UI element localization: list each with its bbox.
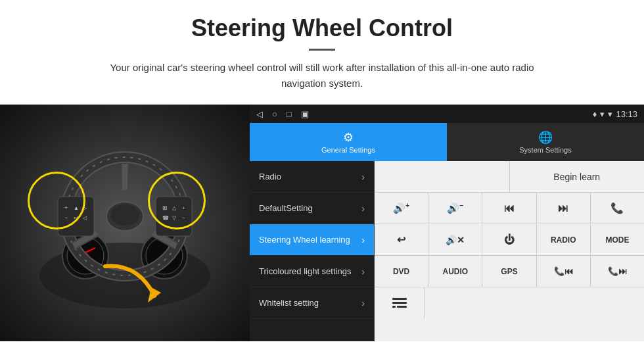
phone-button[interactable]: 📞 <box>591 193 644 224</box>
prev-track-button[interactable]: ⏮ <box>482 193 536 224</box>
left-circle-highlight <box>28 172 85 229</box>
chevron-right-icon: › <box>361 203 365 214</box>
main-content: Radio › DefaultSetting › Steering Wheel … <box>250 161 644 341</box>
recent-nav-icon[interactable]: □ <box>287 109 292 119</box>
back-button[interactable]: ↩ <box>375 224 428 255</box>
chevron-right-icon: › <box>361 172 365 182</box>
phone-icon: 📞 <box>610 202 624 214</box>
mode-label: MODE <box>605 235 629 245</box>
audio-label: AUDIO <box>442 267 468 276</box>
controls-row-4: DVD AUDIO GPS 📞⏮ 📞⏭ <box>375 256 644 287</box>
mute-icon: 🔊✕ <box>446 235 465 245</box>
menu-item-default-setting[interactable]: DefaultSetting › <box>250 193 374 224</box>
car-image-section: + − ▲ ↩ ▷ ◁ ⊞ ☎ △ ▽ + − <box>0 105 250 341</box>
tab-general-settings[interactable]: ⚙ General Settings <box>250 123 447 161</box>
volume-down-button[interactable]: 🔊− <box>428 193 482 224</box>
chevron-right-icon: › <box>361 235 365 245</box>
menu-label-steering: Steering Wheel learning <box>259 235 361 245</box>
svg-rect-36 <box>392 306 396 308</box>
android-panel: ◁ ○ □ ▣ ♦ ▾ ▾ 13:13 ⚙ General Settings 🌐… <box>250 105 644 341</box>
menu-label-radio: Radio <box>259 172 361 181</box>
controls-row-1: Begin learn <box>375 161 644 193</box>
menu-item-steering-wheel[interactable]: Steering Wheel learning › <box>250 224 374 256</box>
mode-button[interactable]: MODE <box>591 224 644 255</box>
phone-next-button[interactable]: 📞⏭ <box>591 256 644 287</box>
back-icon: ↩ <box>397 233 405 246</box>
status-bar-right: ♦ ▾ ▾ 13:13 <box>593 109 637 119</box>
status-bar-left: ◁ ○ □ ▣ <box>256 109 309 119</box>
arrow-container <box>99 260 164 315</box>
svg-rect-33 <box>392 298 407 300</box>
location-icon: ♦ <box>593 109 597 119</box>
menu-label-default: DefaultSetting <box>259 203 361 213</box>
svg-text:◁: ◁ <box>83 215 87 221</box>
svg-rect-35 <box>397 306 407 308</box>
tab-system-label: System Settings <box>519 146 571 154</box>
signal-icon: ▾ <box>608 109 612 119</box>
screenshot-nav-icon[interactable]: ▣ <box>301 109 309 119</box>
back-nav-icon[interactable]: ◁ <box>256 109 263 119</box>
svg-point-17 <box>110 205 139 226</box>
controls-row-3: ↩ 🔊✕ ⏻ RADIO MODE <box>375 224 644 256</box>
page-subtitle: Your original car's steering wheel contr… <box>92 60 552 91</box>
tab-system-settings[interactable]: 🌐 System Settings <box>447 123 644 161</box>
gps-button[interactable]: GPS <box>482 256 536 287</box>
phone-prev-button[interactable]: 📞⏮ <box>537 256 591 287</box>
menu-panel: Radio › DefaultSetting › Steering Wheel … <box>250 161 375 341</box>
chevron-right-icon: › <box>361 266 365 277</box>
power-button[interactable]: ⏻ <box>482 224 536 255</box>
svg-rect-34 <box>392 302 407 304</box>
prev-track-icon: ⏮ <box>504 203 515 214</box>
phone-next-icon: 📞⏭ <box>608 266 627 276</box>
controls-panel: Begin learn 🔊+ 🔊− ⏮ ⏭ <box>375 161 644 341</box>
tab-general-label: General Settings <box>321 146 375 154</box>
globe-icon: 🌐 <box>538 130 553 145</box>
status-bar: ◁ ○ □ ▣ ♦ ▾ ▾ 13:13 <box>250 105 644 123</box>
car-background: + − ▲ ↩ ▷ ◁ ⊞ ☎ △ ▽ + − <box>0 105 250 341</box>
menu-item-whitelist[interactable]: Whitelist setting › <box>250 287 374 319</box>
title-divider <box>309 49 335 51</box>
tab-bar: ⚙ General Settings 🌐 System Settings <box>250 123 644 161</box>
menu-item-radio[interactable]: Radio › <box>250 161 374 193</box>
next-track-button[interactable]: ⏭ <box>537 193 591 224</box>
right-circle-highlight <box>148 172 206 229</box>
home-nav-icon[interactable]: ○ <box>272 109 277 119</box>
menu-label-whitelist: Whitelist setting <box>259 298 361 308</box>
begin-learn-button[interactable]: Begin learn <box>510 161 645 192</box>
volume-up-button[interactable]: 🔊+ <box>375 193 428 224</box>
menu-icon-button[interactable] <box>375 287 425 319</box>
blank-box <box>375 161 510 192</box>
phone-prev-icon: 📞⏮ <box>554 266 573 276</box>
next-track-icon: ⏭ <box>558 203 568 214</box>
page-title: Steering Wheel Control <box>13 14 631 42</box>
audio-button[interactable]: AUDIO <box>428 256 482 287</box>
controls-row-5 <box>375 287 644 319</box>
clock: 13:13 <box>616 109 637 119</box>
dvd-label: DVD <box>393 267 409 276</box>
controls-row-2: 🔊+ 🔊− ⏮ ⏭ 📞 <box>375 193 644 224</box>
chevron-right-icon: › <box>361 298 365 308</box>
page-header: Steering Wheel Control Your original car… <box>0 0 644 98</box>
dvd-button[interactable]: DVD <box>375 256 428 287</box>
menu-item-tricoloured[interactable]: Tricoloured light settings › <box>250 256 374 287</box>
power-icon: ⏻ <box>504 234 515 246</box>
gear-icon: ⚙ <box>343 130 354 145</box>
menu-list-icon <box>390 294 409 312</box>
gps-label: GPS <box>501 267 517 276</box>
mute-button[interactable]: 🔊✕ <box>428 224 482 255</box>
wifi-icon: ▾ <box>600 109 605 119</box>
radio-label: RADIO <box>551 235 576 245</box>
radio-button[interactable]: RADIO <box>537 224 591 255</box>
menu-label-tricoloured: Tricoloured light settings <box>259 266 361 276</box>
volume-down-icon: 🔊− <box>447 202 463 214</box>
volume-up-icon: 🔊+ <box>393 202 409 214</box>
content-area: + − ▲ ↩ ▷ ◁ ⊞ ☎ △ ▽ + − <box>0 105 644 341</box>
